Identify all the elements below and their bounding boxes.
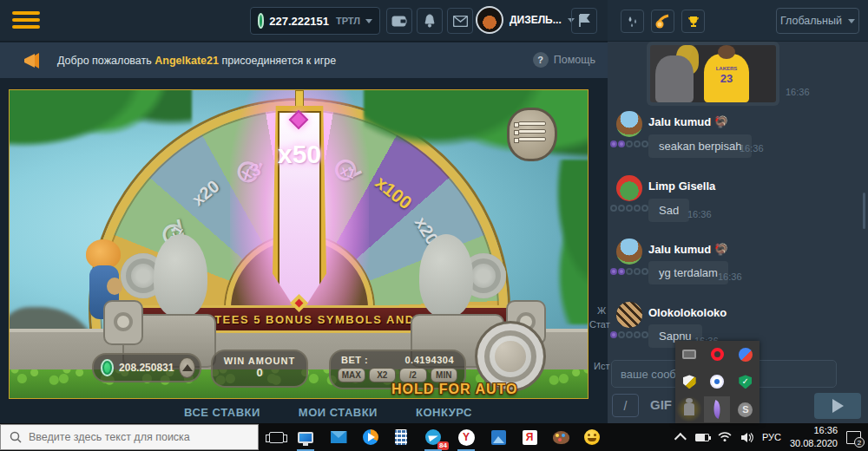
tab-contest[interactable]: КОНКУРС	[416, 406, 472, 423]
taskbar-tray: РУС 16:36 30.08.2020 2	[678, 423, 868, 451]
tournament-button[interactable]	[681, 10, 705, 33]
telegram-taskbar-icon[interactable]: 84	[423, 427, 444, 448]
wallet-button[interactable]	[386, 8, 412, 34]
clock-time: 16:36	[790, 424, 838, 437]
megaphone-icon	[23, 52, 42, 69]
task-view-button[interactable]	[266, 427, 286, 448]
slash-command-button[interactable]: /	[612, 394, 639, 417]
announcement-bar: Добро пожаловать Angelkate21 присоединяе…	[0, 42, 608, 78]
action-center-icon[interactable]: 2	[846, 431, 861, 444]
jersey-number-text: 23	[707, 72, 746, 85]
currency-code: ТРТЛ	[336, 16, 360, 26]
slot-game-frame: ⟳x1 x20 ⟳x3 x50 ⟳x1 x100 x20 ⟳ GUARANTEE…	[9, 89, 589, 399]
skype-tray-icon[interactable]: S	[733, 396, 759, 422]
emoji-app-taskbar-icon[interactable]	[582, 427, 602, 448]
photos-taskbar-icon[interactable]	[488, 427, 509, 448]
bet-double-button[interactable]: X2	[369, 368, 397, 382]
help-button[interactable]: ? Помощь	[533, 52, 595, 68]
bookmarks-button[interactable]	[571, 8, 597, 34]
taskbar-search[interactable]	[0, 424, 259, 450]
avatar[interactable]	[616, 175, 642, 201]
windows-taskbar: 84 Y Я РУС 16:36 30.08.2020 2	[0, 423, 868, 451]
user-menu[interactable]: ДИЗЕЛЬ...	[476, 6, 575, 34]
menu-hamburger-icon[interactable]	[12, 11, 40, 30]
user-name: ДИЗЕЛЬ...	[510, 14, 562, 26]
announcement-username[interactable]: Angelkate21	[155, 55, 219, 67]
yandex-taskbar-icon[interactable]: Я	[519, 427, 540, 448]
top-header: 227.222151 ТРТЛ ДИЗЕЛЬ...	[0, 0, 608, 42]
side-panel-label: Ж	[597, 305, 606, 316]
defender-tray-icon[interactable]	[676, 369, 702, 395]
chat-username[interactable]: Olokolokoloko	[648, 306, 727, 319]
send-message-button[interactable]	[814, 393, 861, 419]
wallet-balance[interactable]: 227.222151 ТРТЛ	[250, 7, 380, 35]
language-indicator[interactable]: РУС	[762, 432, 781, 442]
bets-tabs: ВСЕ СТАВКИ МОИ СТАВКИ КОНКУРС	[0, 406, 608, 423]
gif-button[interactable]: GIF	[650, 397, 672, 412]
user-avatar	[476, 6, 503, 34]
wallet-icon	[391, 14, 407, 28]
bet-half-button[interactable]: /2	[399, 368, 427, 382]
question-icon: ?	[533, 52, 549, 68]
bet-min-button[interactable]: MIN	[431, 368, 458, 382]
app-tray-icon[interactable]	[733, 342, 759, 368]
tab-all-bets[interactable]: ВСЕ СТАВКИ	[184, 406, 260, 423]
tray-chevron-icon[interactable]	[674, 433, 687, 445]
mail-taskbar-icon[interactable]	[328, 427, 349, 448]
chat-username[interactable]: Jalu kumud 🦃	[648, 243, 728, 256]
menu-lines-icon	[518, 121, 546, 126]
media-player-taskbar-icon[interactable]	[360, 427, 381, 448]
chat-username[interactable]: Limp Gisella	[648, 180, 715, 193]
chat-media-message[interactable]: LAKERS 23	[647, 42, 779, 106]
display-tray-icon[interactable]	[676, 342, 702, 368]
medal-badges	[610, 141, 648, 147]
win-amount-box: WIN AMOUNT 0	[211, 350, 308, 388]
media-tray-icon[interactable]	[704, 369, 730, 395]
volume-icon[interactable]	[740, 432, 753, 443]
message-time: 16:36	[740, 143, 764, 154]
this-pc-taskbar-icon[interactable]	[295, 427, 316, 448]
chat-message: yg terdalam	[648, 261, 728, 284]
announcement-text: Добро пожаловать Angelkate21 присоединяе…	[57, 55, 336, 67]
search-input[interactable]	[29, 431, 246, 443]
tab-my-bets[interactable]: МОИ СТАВКИ	[299, 406, 378, 423]
telegram-badge: 84	[437, 441, 449, 450]
antivirus-tray-icon[interactable]	[733, 369, 759, 395]
balance-value: 227.222151	[269, 15, 329, 28]
calculator-taskbar-icon[interactable]	[391, 427, 411, 448]
hold-for-auto-label: HOLD FOR AUTO	[391, 382, 574, 397]
deposit-arrow-button[interactable]	[179, 357, 195, 378]
rain-button[interactable]	[621, 10, 644, 33]
game-menu-button[interactable]	[507, 108, 557, 161]
hot-games-button[interactable]	[651, 10, 674, 33]
taskbar-clock[interactable]: 16:36 30.08.2020	[790, 424, 838, 450]
avatar[interactable]	[616, 302, 642, 328]
chevron-down-icon[interactable]	[365, 19, 372, 23]
person-tray-icon[interactable]	[676, 396, 702, 422]
chat-channel-value: Глобальный	[780, 15, 842, 27]
bet-label: BET :	[341, 355, 368, 365]
avatar[interactable]	[616, 239, 642, 265]
chat-channel-select[interactable]: Глобальный	[776, 8, 859, 34]
chat-scrollbar[interactable]	[863, 193, 865, 229]
yandex-browser-taskbar-icon[interactable]: Y	[456, 427, 477, 448]
medal-badges	[610, 331, 648, 338]
side-panel-label: Ист	[594, 361, 609, 371]
notifications-button[interactable]	[417, 8, 443, 34]
bell-icon	[423, 14, 437, 28]
message-time: 16:36	[718, 271, 742, 282]
wifi-icon[interactable]	[718, 432, 732, 442]
fireball-icon	[655, 14, 670, 29]
bet-max-button[interactable]: MAX	[338, 368, 365, 382]
avatar[interactable]	[616, 111, 642, 137]
sword-pointer	[273, 106, 326, 316]
side-panel-label: Стат	[589, 319, 610, 330]
opera-tray-icon[interactable]	[704, 342, 730, 368]
screen: 227.222151 ТРТЛ ДИЗЕЛЬ... Добро пожалова…	[0, 0, 868, 451]
feather-tray-icon[interactable]	[704, 396, 730, 422]
chat-username[interactable]: Jalu kumud 🦃	[648, 115, 728, 128]
messages-button[interactable]	[447, 8, 473, 34]
medal-badges	[610, 205, 648, 212]
battery-icon[interactable]	[695, 434, 709, 441]
paint-taskbar-icon[interactable]	[550, 427, 571, 448]
